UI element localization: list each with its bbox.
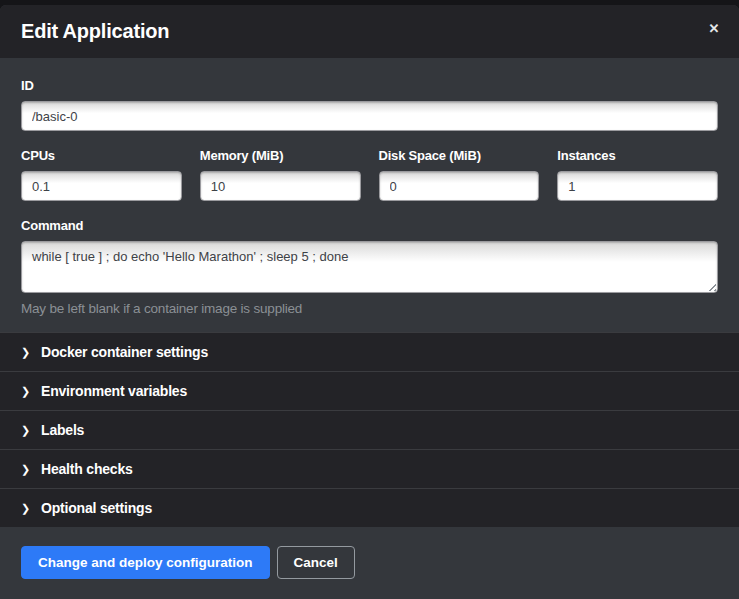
disk-field-group: Disk Space (MiB) bbox=[379, 148, 540, 201]
section-labels[interactable]: ❯ Labels bbox=[0, 410, 739, 449]
cpus-input[interactable] bbox=[21, 171, 182, 201]
accordion-sections: ❯ Docker container settings ❯ Environmen… bbox=[0, 332, 739, 527]
instances-field-group: Instances bbox=[557, 148, 718, 201]
section-label: Health checks bbox=[41, 461, 133, 477]
section-health-checks[interactable]: ❯ Health checks bbox=[0, 449, 739, 488]
section-optional-settings[interactable]: ❯ Optional settings bbox=[0, 488, 739, 527]
edit-application-form: ID CPUs Memory (MiB) Disk Space (MiB) In… bbox=[0, 58, 739, 332]
command-label: Command bbox=[21, 218, 718, 233]
modal-header: Edit Application ✕ bbox=[0, 5, 739, 58]
section-environment-variables[interactable]: ❯ Environment variables bbox=[0, 371, 739, 410]
id-field-group: ID bbox=[21, 78, 718, 131]
command-field-group: Command while [ true ] ; do echo 'Hello … bbox=[21, 218, 718, 316]
memory-input[interactable] bbox=[200, 171, 361, 201]
instances-label: Instances bbox=[557, 148, 718, 163]
cancel-button[interactable]: Cancel bbox=[277, 546, 355, 579]
section-label: Optional settings bbox=[41, 500, 152, 516]
cpus-field-group: CPUs bbox=[21, 148, 182, 201]
edit-application-modal: Edit Application ✕ ID CPUs Memory (MiB) … bbox=[0, 5, 739, 599]
instances-input[interactable] bbox=[557, 171, 718, 201]
cpus-label: CPUs bbox=[21, 148, 182, 163]
command-textarea[interactable]: while [ true ] ; do echo 'Hello Marathon… bbox=[21, 241, 718, 293]
chevron-right-icon: ❯ bbox=[21, 503, 30, 514]
chevron-right-icon: ❯ bbox=[21, 386, 30, 397]
section-label: Docker container settings bbox=[41, 344, 208, 360]
id-label: ID bbox=[21, 78, 718, 93]
section-docker-container-settings[interactable]: ❯ Docker container settings bbox=[0, 332, 739, 371]
memory-field-group: Memory (MiB) bbox=[200, 148, 361, 201]
disk-input[interactable] bbox=[379, 171, 540, 201]
close-icon[interactable]: ✕ bbox=[703, 17, 725, 39]
command-help-text: May be left blank if a container image i… bbox=[21, 301, 718, 316]
memory-label: Memory (MiB) bbox=[200, 148, 361, 163]
chevron-right-icon: ❯ bbox=[21, 347, 30, 358]
resources-row: CPUs Memory (MiB) Disk Space (MiB) Insta… bbox=[21, 148, 718, 201]
modal-footer: Change and deploy configuration Cancel bbox=[0, 527, 739, 597]
chevron-right-icon: ❯ bbox=[21, 464, 30, 475]
section-label: Environment variables bbox=[41, 383, 187, 399]
section-label: Labels bbox=[41, 422, 84, 438]
modal-title: Edit Application bbox=[21, 20, 169, 43]
id-input[interactable] bbox=[21, 101, 718, 131]
change-and-deploy-button[interactable]: Change and deploy configuration bbox=[21, 546, 270, 579]
disk-label: Disk Space (MiB) bbox=[379, 148, 540, 163]
chevron-right-icon: ❯ bbox=[21, 425, 30, 436]
